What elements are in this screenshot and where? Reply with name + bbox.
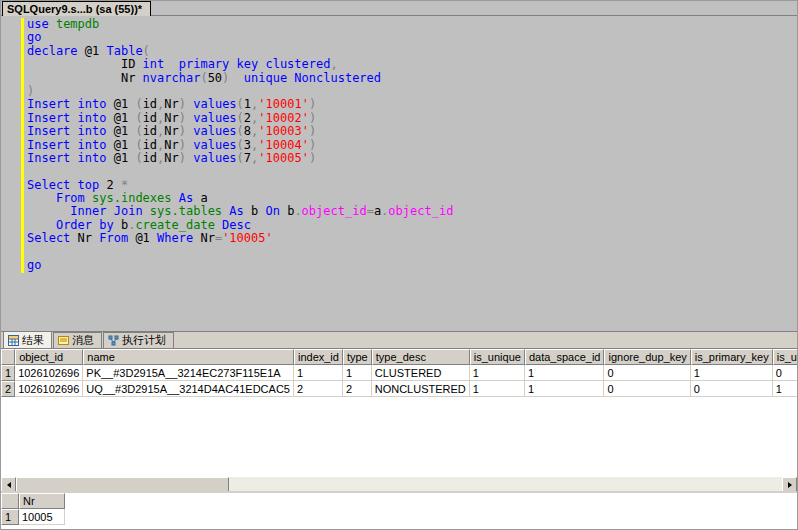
grid-cell[interactable]: 2	[343, 381, 372, 397]
code-line: Insert into @1 (id,Nr) values(7,'10005')	[27, 152, 453, 165]
code-line: use tempdb	[27, 18, 453, 31]
second-results-viewport: Nr110005	[1, 491, 797, 530]
column-header[interactable]: ignore_dup_key	[604, 349, 690, 365]
second-results-grid: Nr110005	[1, 493, 65, 525]
row-header[interactable]: 1	[1, 509, 19, 525]
column-header[interactable]: index_id	[294, 349, 343, 365]
grid-cell[interactable]: 0	[773, 365, 797, 381]
grid-corner-cell[interactable]	[1, 493, 19, 509]
code-line: Nr nvarchar(50) unique Nonclustered	[27, 72, 453, 85]
results-grid-icon	[8, 335, 19, 346]
code-line: Insert into @1 (id,Nr) values(8,'10003')	[27, 125, 453, 138]
tab-label: 执行计划	[122, 333, 166, 348]
tab-label: 消息	[72, 333, 94, 348]
tab-messages[interactable]: 消息	[53, 332, 102, 348]
results-pane: 结果消息执行计划 object_idnameindex_idtypetype_d…	[1, 331, 797, 530]
grid-cell[interactable]: 1	[470, 381, 525, 397]
code-line	[27, 165, 453, 178]
code-line: go	[27, 31, 453, 44]
header-row: object_idnameindex_idtypetype_descis_uni…	[1, 349, 797, 365]
column-header[interactable]: type	[343, 349, 372, 365]
grid-cell[interactable]: 1026102696	[15, 381, 83, 397]
grid-cell[interactable]: 1	[525, 381, 605, 397]
code-line	[27, 246, 453, 259]
grid-cell[interactable]: 0	[604, 365, 690, 381]
column-header[interactable]: data_space_id	[525, 349, 605, 365]
code-line: ID int primary key clustered,	[27, 58, 453, 71]
code-line: Order by b.create_date Desc	[27, 219, 453, 232]
document-tab[interactable]: SQLQuery9.s...b (sa (55))*	[2, 1, 151, 16]
code-line: Insert into @1 (id,Nr) values(2,'10002')	[27, 112, 453, 125]
left-arrow-icon	[4, 482, 11, 488]
grid-cell[interactable]: CLUSTERED	[372, 365, 470, 381]
grid-cell[interactable]: NONCLUSTERED	[372, 381, 470, 397]
query-editor[interactable]: use tempdbgodeclare @1 Table( ID int pri…	[1, 16, 797, 331]
code-line: )	[27, 85, 453, 98]
code-line: Select top 2 *	[27, 179, 453, 192]
header-row: Nr	[1, 493, 65, 509]
results-grid-viewport: object_idnameindex_idtypetype_descis_uni…	[1, 348, 797, 476]
tab-results[interactable]: 结果	[3, 331, 52, 348]
change-tracking-bar	[21, 18, 24, 273]
column-header[interactable]: is_unique	[470, 349, 525, 365]
results-grid: object_idnameindex_idtypetype_descis_uni…	[1, 349, 797, 397]
grid-cell[interactable]: 0	[604, 381, 690, 397]
grid-cell[interactable]: 1	[343, 365, 372, 381]
document-tab-strip: SQLQuery9.s...b (sa (55))*	[1, 1, 797, 16]
table-row: 110005	[1, 509, 65, 525]
code-line: Insert into @1 (id,Nr) values(3,'10004')	[27, 139, 453, 152]
messages-icon	[58, 335, 69, 346]
table-row: 11026102696PK__#3D2915A__3214EC273F115E1…	[1, 365, 797, 381]
scroll-left-button[interactable]	[1, 477, 16, 492]
column-header[interactable]: type_desc	[372, 349, 470, 365]
grid-cell[interactable]: 1	[294, 365, 343, 381]
scroll-right-button[interactable]	[782, 477, 797, 492]
scrollbar-thumb[interactable]	[16, 477, 229, 492]
horizontal-scrollbar[interactable]	[1, 476, 797, 491]
grid-cell[interactable]: 2	[294, 381, 343, 397]
column-header[interactable]: name	[83, 349, 294, 365]
row-header[interactable]: 1	[1, 365, 15, 381]
ssms-window: SQLQuery9.s...b (sa (55))* use tempdbgod…	[0, 0, 798, 530]
grid-cell[interactable]: UQ__#3D2915A__3214D4AC41EDCAC5	[83, 381, 294, 397]
code-editor-text: use tempdbgodeclare @1 Table( ID int pri…	[27, 18, 453, 272]
grid-cell[interactable]: 1026102696	[15, 365, 83, 381]
column-header[interactable]: is_primary_key	[691, 349, 773, 365]
tab-label: 结果	[22, 333, 44, 348]
row-header[interactable]: 2	[1, 381, 15, 397]
grid-cell[interactable]: 1	[525, 365, 605, 381]
code-line: Insert into @1 (id,Nr) values(1,'10001')	[27, 98, 453, 111]
code-line: declare @1 Table(	[27, 45, 453, 58]
results-tab-bar: 结果消息执行计划	[1, 331, 797, 348]
code-line: go	[27, 259, 453, 272]
execution-plan-icon	[108, 335, 119, 346]
code-line: Inner Join sys.tables As b On b.object_i…	[27, 205, 453, 218]
tab-execution-plan[interactable]: 执行计划	[103, 332, 174, 348]
table-row: 21026102696UQ__#3D2915A__3214D4AC41EDCAC…	[1, 381, 797, 397]
column-header[interactable]: Nr	[19, 493, 65, 509]
code-line: From sys.indexes As a	[27, 192, 453, 205]
grid-corner-cell[interactable]	[1, 349, 15, 365]
grid-cell[interactable]: 10005	[19, 509, 65, 525]
grid-cell[interactable]: PK__#3D2915A__3214EC273F115E1A	[83, 365, 294, 381]
column-header[interactable]: is_unique_constraint	[773, 349, 797, 365]
grid-cell[interactable]: 0	[691, 381, 773, 397]
right-arrow-icon	[788, 482, 795, 488]
grid-cell[interactable]: 1	[470, 365, 525, 381]
column-header[interactable]: object_id	[15, 349, 83, 365]
grid-cell[interactable]: 1	[691, 365, 773, 381]
code-line: Select Nr From @1 Where Nr='10005'	[27, 232, 453, 245]
grid-cell[interactable]: 1	[773, 381, 797, 397]
